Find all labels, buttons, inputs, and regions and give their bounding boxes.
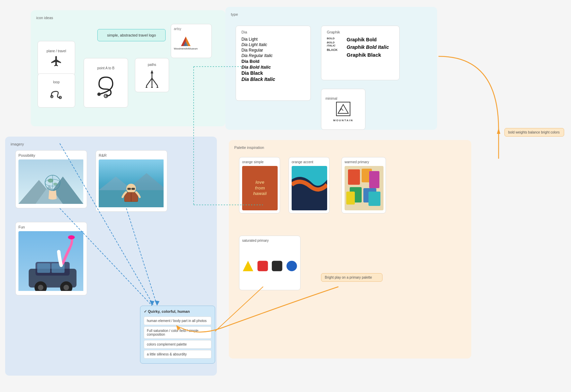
bright-play-annotation: Bright play on a primary palette — [321, 273, 382, 282]
plane-travel-card: plane / travel — [38, 41, 75, 75]
palette-label: Palette inspiration — [234, 145, 466, 150]
paths-card: paths — [135, 58, 169, 92]
svg-marker-7 — [151, 86, 153, 88]
orange-simple-img: lovefromhawaii — [242, 166, 278, 210]
bold-weights-label: bold weights balance bright colors — [508, 130, 560, 134]
svg-point-58 — [286, 261, 297, 271]
fun-photo — [18, 231, 84, 292]
possibility-photo — [18, 159, 84, 205]
dia-black-italic: Dia Black Italic — [241, 76, 305, 82]
type-section: type Dia Dia Light Dia Light Italic Dia … — [225, 7, 437, 130]
imagery-label: imagery — [11, 142, 211, 146]
orange-accent-card: orange accent — [289, 157, 330, 213]
simple-logo-card: simple, abstracted travel logo — [97, 29, 166, 41]
svg-marker-8 — [156, 86, 158, 88]
svg-marker-6 — [145, 86, 148, 88]
svg-rect-48 — [348, 169, 360, 185]
icon-ideas-section: icon ideas simple, abstracted travel log… — [31, 10, 225, 126]
artsy-museum-label: WoodmereArtMuseum — [174, 47, 198, 50]
mountain-label: MOUNTAIN — [333, 119, 353, 122]
saturated-primary-img — [242, 244, 297, 287]
graphik-bold: Graphik Bold — [347, 37, 389, 42]
svg-marker-55 — [243, 261, 253, 271]
dia-black: Dia Black — [241, 70, 305, 76]
saturated-primary-title: saturated primary — [242, 239, 297, 242]
quirky-item-1: human element / body part in all photos — [144, 317, 211, 325]
dia-bold-italic: Dia Bold Italic — [241, 65, 305, 70]
rr-title: R&R — [99, 153, 164, 157]
svg-rect-54 — [368, 192, 380, 206]
svg-rect-53 — [369, 171, 379, 188]
dia-title: Dia — [241, 30, 305, 34]
paths-label: paths — [148, 63, 156, 67]
quirky-box: ✓ Quirky, colorful, human human element … — [140, 306, 215, 364]
artsy-label: artsy — [174, 27, 181, 31]
rr-card: R&R — [96, 150, 167, 212]
svg-rect-30 — [127, 188, 131, 190]
icon-ideas-label: icon ideas — [36, 16, 220, 20]
bright-play-label: Bright play on a primary palette — [325, 276, 372, 279]
dia-bold: Dia Bold — [241, 59, 305, 64]
svg-rect-56 — [257, 261, 268, 271]
svg-point-23 — [48, 179, 53, 183]
dia-light: Dia Light — [241, 37, 305, 42]
fun-card: Fun — [15, 222, 87, 295]
bold-weights-annotation: bold weights balance bright colors — [504, 128, 564, 137]
svg-point-2 — [97, 93, 101, 96]
svg-rect-39 — [37, 263, 50, 273]
dia-light-italic: Dia Light Italic — [241, 42, 305, 47]
quirky-item-2: Full saturation / color field / simple c… — [144, 326, 211, 339]
graphik-card: Graphik BOLD BOLD ITALIC BLACK Graphik B… — [321, 26, 400, 80]
loop-icon — [49, 86, 64, 101]
svg-rect-52 — [346, 192, 355, 205]
svg-line-15 — [342, 109, 343, 111]
plane-icon — [50, 55, 62, 67]
graphik-title: Graphik — [327, 30, 394, 34]
warmed-primary-title: warmed primary — [345, 160, 383, 164]
graphik-black: Graphik Black — [347, 52, 389, 58]
artsy-logo-icon — [181, 37, 191, 46]
point-a-b-icon — [94, 72, 118, 99]
svg-rect-57 — [272, 261, 282, 271]
svg-point-45 — [68, 235, 75, 239]
possibility-title: Possibility — [18, 153, 84, 157]
warmed-primary-img — [345, 166, 384, 210]
possibility-card: Possibility — [15, 150, 87, 208]
dia-regular: Dia Regular — [241, 48, 305, 53]
loop-card: loop — [38, 73, 75, 108]
fun-title: Fun — [18, 225, 84, 229]
dia-card: Dia Dia Light Dia Light Italic Dia Regul… — [236, 26, 311, 101]
point-a-b-card: point A to B — [84, 58, 128, 108]
quirky-title: ✓ Quirky, colorful, human — [144, 309, 211, 314]
minimal-title: minimal — [325, 97, 337, 100]
graphik-bold-italic: Graphik Bold Italic — [347, 44, 389, 50]
artsy-card: artsy WoodmereArtMuseum — [171, 24, 212, 58]
simple-logo-label: simple, abstracted travel logo — [107, 33, 156, 37]
plane-label: plane / travel — [46, 49, 66, 53]
svg-marker-62 — [497, 128, 500, 134]
warmed-primary-card: warmed primary — [342, 157, 386, 213]
loop-label: loop — [53, 80, 60, 84]
svg-rect-31 — [131, 188, 135, 190]
rr-photo — [99, 159, 164, 209]
type-label: type — [231, 12, 432, 16]
orange-accent-img — [292, 166, 327, 210]
svg-marker-5 — [151, 70, 153, 73]
minimal-card: minimal MOUNTAIN — [321, 89, 365, 130]
saturated-primary-card: saturated primary — [239, 236, 301, 290]
svg-point-42 — [38, 285, 43, 290]
orange-simple-card: orange simple lovefromhawaii — [239, 157, 280, 213]
paths-icon — [144, 69, 160, 88]
dia-regular-italic: Dia Regular Italic — [241, 53, 305, 58]
point-a-b-label: point A to B — [97, 66, 115, 70]
svg-marker-13 — [338, 104, 348, 113]
quirky-item-4: a little silliness & absurdity — [144, 350, 211, 359]
orange-simple-title: orange simple — [242, 160, 277, 164]
orange-accent-title: orange accent — [292, 160, 326, 164]
palette-section: Palette inspiration orange simple lovefr… — [229, 140, 471, 359]
svg-point-24 — [53, 183, 57, 185]
svg-point-44 — [64, 285, 69, 290]
mountain-icon — [336, 102, 350, 116]
quirky-item-3: colors complement palette — [144, 340, 211, 349]
